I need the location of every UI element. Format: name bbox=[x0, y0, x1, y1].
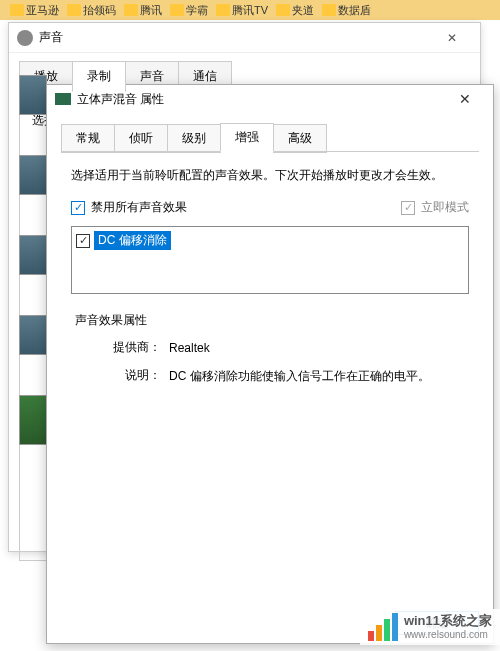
desktop-folder[interactable]: 学霸 bbox=[170, 2, 208, 18]
tab-levels[interactable]: 级别 bbox=[167, 124, 221, 153]
immediate-mode-checkbox bbox=[401, 201, 415, 215]
tab-general[interactable]: 常规 bbox=[61, 124, 115, 153]
folder-icon bbox=[276, 4, 290, 16]
enhancements-description: 选择适用于当前聆听配置的声音效果。下次开始播放时更改才会生效。 bbox=[71, 166, 469, 185]
properties-tabs: 常规 侦听 级别 增强 高级 bbox=[47, 113, 493, 152]
desktop-folder[interactable]: 数据盾 bbox=[322, 2, 371, 18]
immediate-mode-label: 立即模式 bbox=[421, 199, 469, 216]
description-value: DC 偏移消除功能使输入信号工作在正确的电平。 bbox=[169, 367, 469, 385]
disable-all-label[interactable]: 禁用所有声音效果 bbox=[91, 199, 187, 216]
disable-all-checkbox[interactable] bbox=[71, 201, 85, 215]
sound-dialog-title: 声音 bbox=[39, 29, 432, 46]
effects-listbox[interactable]: DC 偏移消除 bbox=[71, 226, 469, 294]
desktop-folder[interactable]: 腾讯 bbox=[124, 2, 162, 18]
provider-label: 提供商： bbox=[91, 339, 161, 357]
tab-enhancements[interactable]: 增强 bbox=[220, 123, 274, 152]
close-icon[interactable]: ✕ bbox=[445, 87, 485, 111]
effect-item[interactable]: DC 偏移消除 bbox=[76, 231, 464, 250]
effect-properties-title: 声音效果属性 bbox=[71, 312, 469, 329]
folder-icon bbox=[67, 4, 81, 16]
provider-value: Realtek bbox=[169, 339, 469, 357]
watermark-logo-icon bbox=[368, 613, 398, 641]
watermark-text: win11系统之家 www.relsound.com bbox=[404, 613, 492, 641]
stereo-mix-icon bbox=[55, 93, 71, 105]
desktop-folder[interactable]: 抬领码 bbox=[67, 2, 116, 18]
folder-icon bbox=[322, 4, 336, 16]
device-icon[interactable] bbox=[19, 395, 47, 445]
device-icon[interactable] bbox=[19, 235, 47, 275]
close-icon[interactable]: ✕ bbox=[432, 26, 472, 50]
tab-recording[interactable]: 录制 bbox=[72, 61, 126, 92]
tab-advanced[interactable]: 高级 bbox=[273, 124, 327, 153]
device-icon[interactable] bbox=[19, 155, 47, 195]
desktop-folder[interactable]: 夹道 bbox=[276, 2, 314, 18]
desktop-folder[interactable]: 腾讯TV bbox=[216, 2, 268, 18]
properties-dialog: 立体声混音 属性 ✕ 常规 侦听 级别 增强 高级 选择适用于当前聆听配置的声音… bbox=[46, 84, 494, 644]
desktop-folder[interactable]: 亚马逊 bbox=[10, 2, 59, 18]
folder-icon bbox=[170, 4, 184, 16]
desktop-background: 亚马逊 抬领码 腾讯 学霸 腾讯TV 夹道 数据盾 bbox=[0, 0, 500, 20]
speaker-icon bbox=[17, 30, 33, 46]
folder-icon bbox=[124, 4, 138, 16]
device-icon[interactable] bbox=[19, 75, 47, 115]
effect-label[interactable]: DC 偏移消除 bbox=[94, 231, 171, 250]
effect-checkbox[interactable] bbox=[76, 234, 90, 248]
effect-properties-grid: 提供商： Realtek 说明： DC 偏移消除功能使输入信号工作在正确的电平。 bbox=[71, 339, 469, 385]
device-list bbox=[19, 75, 49, 485]
enhancements-panel: 选择适用于当前聆听配置的声音效果。下次开始播放时更改才会生效。 禁用所有声音效果… bbox=[61, 151, 479, 631]
folder-icon bbox=[10, 4, 24, 16]
folder-icon bbox=[216, 4, 230, 16]
device-icon[interactable] bbox=[19, 315, 47, 355]
watermark: win11系统之家 www.relsound.com bbox=[360, 609, 500, 645]
sound-titlebar[interactable]: 声音 ✕ bbox=[9, 23, 480, 53]
tab-listen[interactable]: 侦听 bbox=[114, 124, 168, 153]
properties-dialog-title: 立体声混音 属性 bbox=[77, 91, 445, 108]
description-label: 说明： bbox=[91, 367, 161, 385]
disable-all-row: 禁用所有声音效果 立即模式 bbox=[71, 199, 469, 216]
watermark-sub: www.relsound.com bbox=[404, 629, 492, 641]
watermark-main: win11系统之家 bbox=[404, 613, 492, 629]
